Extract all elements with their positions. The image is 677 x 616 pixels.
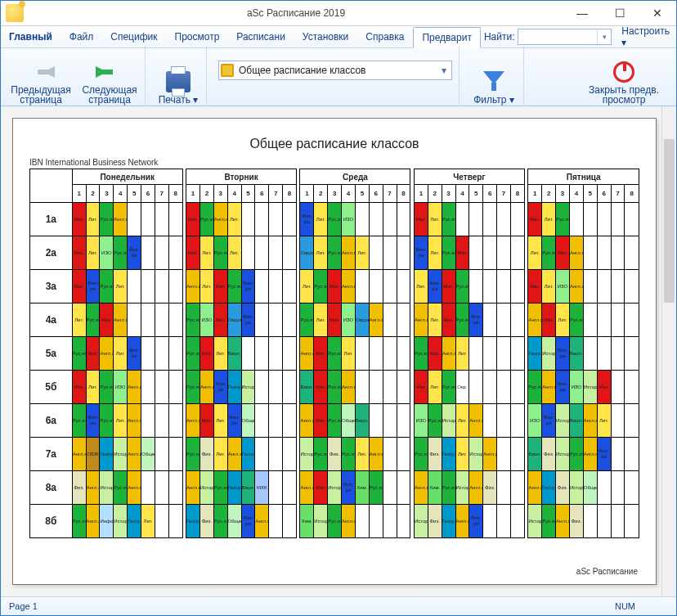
lesson-cell: Рус.яз. (328, 371, 342, 404)
lesson-cell (397, 471, 410, 505)
period-header: 6 (255, 185, 269, 203)
lesson-cell (155, 337, 168, 371)
tab-file[interactable]: Файл (61, 26, 103, 47)
lesson-cell (168, 270, 182, 304)
tab-schedule[interactable]: Расписани (228, 26, 294, 47)
lesson-cell: Мат. (72, 371, 86, 404)
class-row-label: 4а (30, 304, 73, 337)
window-title: aSc Расписание 2019 (29, 7, 563, 19)
lesson-cell: Истор. (469, 438, 483, 471)
lesson-cell (611, 438, 625, 471)
lesson-cell (383, 270, 397, 304)
find-dropdown-icon[interactable]: ▾ (597, 29, 611, 44)
period-header: 1 (186, 185, 200, 203)
period-header: 5 (583, 185, 597, 203)
lesson-cell: Мат. (428, 337, 442, 371)
lesson-cell: Англ.яз. (342, 236, 356, 270)
lesson-cell: Рус.яз. (186, 438, 200, 471)
lesson-cell: Англ.яз. (542, 371, 556, 404)
lesson-cell (569, 203, 583, 236)
lesson-cell (483, 236, 497, 270)
lesson-cell (483, 203, 497, 236)
lesson-cell: ИЗО (114, 371, 128, 404)
power-icon (613, 61, 634, 83)
lesson-cell (383, 471, 397, 505)
schedule-combo-text: Общее расписание классов (239, 65, 438, 76)
period-header: 4 (569, 185, 583, 203)
lesson-cell: Рус.яз. (342, 438, 356, 471)
lesson-cell: Геогр. (442, 438, 455, 471)
class-row-label: 8а (30, 471, 73, 505)
prev-page-button[interactable]: Предыдущая страница (12, 61, 69, 105)
lesson-cell (141, 471, 155, 505)
lesson-cell: Лит. (86, 203, 100, 236)
minimize-button[interactable]: — (563, 1, 601, 25)
lesson-cell (283, 371, 297, 404)
lesson-cell (597, 304, 611, 337)
lesson-cell: Геогр. (128, 505, 141, 538)
lesson-cell: Физ-ра (414, 236, 428, 270)
lesson-cell: Англ.яз. (114, 203, 128, 236)
maximize-button[interactable]: ☐ (601, 1, 639, 25)
lesson-cell (625, 236, 639, 270)
lesson-cell: Рус.яз. (328, 337, 342, 371)
tab-settings[interactable]: Установки (294, 26, 357, 47)
day-header: Вторник (186, 169, 297, 185)
lesson-cell (128, 270, 141, 304)
lesson-cell: Истор. (569, 471, 583, 505)
lesson-cell (168, 404, 182, 438)
lesson-cell (611, 471, 625, 505)
document-footer: aSc Расписание (576, 567, 638, 576)
lesson-cell: Мат. (528, 203, 542, 236)
tab-main[interactable]: Главный (1, 26, 61, 47)
vertical-scrollbar[interactable] (661, 106, 676, 596)
lesson-cell (611, 304, 625, 337)
configure-button[interactable]: Настроить ▾ (615, 25, 676, 48)
tab-help[interactable]: Справка (357, 26, 413, 47)
lesson-cell (155, 404, 168, 438)
lesson-cell: Физ-ра (469, 505, 483, 538)
lesson-cell (369, 505, 383, 538)
lesson-cell: Рус.яз. (100, 404, 114, 438)
lesson-cell: Физ-ра (556, 371, 570, 404)
print-button[interactable]: Печать ▾ (157, 70, 200, 105)
lesson-cell (283, 270, 297, 304)
schedule-type-combo[interactable]: Общее расписание классов ▾ (218, 61, 452, 80)
lesson-cell: Лит. (455, 404, 469, 438)
lesson-cell: Физ. (328, 438, 342, 471)
close-button[interactable]: ✕ (639, 1, 676, 25)
lesson-cell (269, 270, 283, 304)
lesson-cell: Геогр. (227, 371, 241, 404)
lesson-cell: Мат. (328, 304, 342, 337)
next-page-button[interactable]: Следующая страница (81, 61, 138, 105)
tab-specific[interactable]: Специфик (102, 26, 166, 47)
lesson-cell: Лит. (455, 337, 469, 371)
lesson-cell: Лит. (227, 203, 241, 236)
lesson-cell (510, 304, 524, 337)
lesson-cell: Истор. (200, 471, 213, 505)
tab-view[interactable]: Просмотр (167, 26, 229, 47)
lesson-cell (397, 270, 410, 304)
lesson-cell (141, 404, 155, 438)
chevron-down-icon[interactable]: ▾ (438, 65, 450, 76)
period-header: 8 (168, 185, 182, 203)
lesson-cell (510, 236, 524, 270)
lesson-cell (355, 337, 369, 371)
lesson-cell (625, 270, 639, 304)
lesson-cell (255, 236, 269, 270)
lesson-cell: ИЗО (414, 404, 428, 438)
scrollbar-thumb[interactable] (664, 139, 675, 303)
lesson-cell: Истор. (100, 471, 114, 505)
filter-button[interactable]: Фильтр ▾ (471, 70, 517, 105)
lesson-cell (168, 438, 182, 471)
close-preview-button[interactable]: Закрыть предв. просмотр (583, 61, 665, 105)
period-header: 8 (397, 185, 410, 203)
find-input[interactable]: ▾ (518, 29, 612, 45)
lesson-cell: Мат. (213, 304, 227, 337)
lesson-cell: Лит. (114, 270, 128, 304)
lesson-cell (397, 371, 410, 404)
lesson-cell: Мат. (186, 236, 200, 270)
lesson-cell: Информ. (100, 505, 114, 538)
lesson-cell: Окр. (455, 371, 469, 404)
lesson-cell (269, 337, 283, 371)
